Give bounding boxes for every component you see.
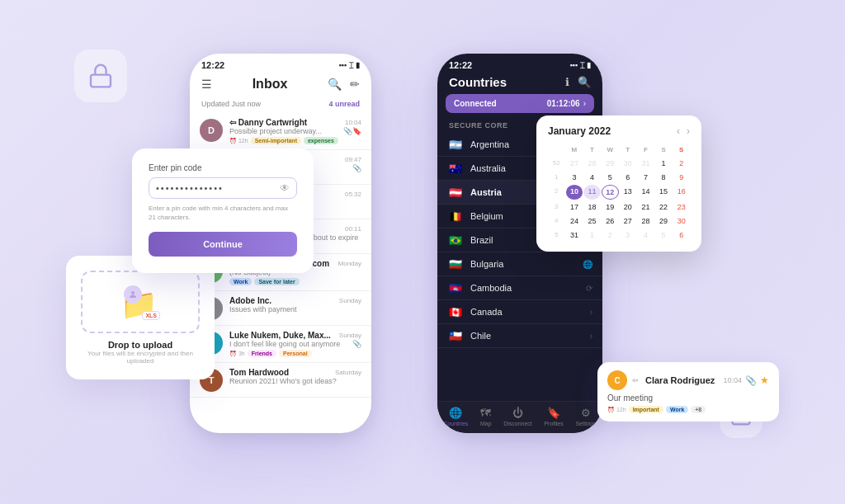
inbox-time-4: Monday [338,260,361,267]
hamburger-icon[interactable]: ☰ [201,78,212,91]
inbox-item-5[interactable]: A Adobe Inc. Sunday Issues with payment [190,291,371,326]
inbox-name-5: Adobe Inc. [229,296,271,305]
cal-day-26[interactable]: 26 [602,214,619,228]
cal-day-8[interactable]: 8 [655,171,673,184]
disconnect-tab-label: Disconnect [503,421,532,426]
compose-icon[interactable]: ✏ [350,78,360,91]
notif-tag-time: ⏰ 12h [607,407,626,413]
unread-count: 4 unread [328,100,360,108]
inbox-name-0: ⇦ Danny Cartwright [229,118,307,127]
calendar-prev-button[interactable]: ‹ [677,125,680,137]
inbox-item-7[interactable]: T Tom Hardwood Saturday Reunion 2021! Wh… [190,363,371,398]
cal-day-27-dec[interactable]: 27 [566,157,583,170]
country-canada[interactable]: 🇨🇦 Canada › [437,300,602,324]
cal-day-5-feb[interactable]: 5 [655,228,673,242]
cal-day-4-feb[interactable]: 4 [637,228,654,242]
cal-day-14[interactable]: 14 [637,185,654,200]
vpn-tab-settings[interactable]: ⚙ Settings [575,407,596,426]
cal-day-27[interactable]: 27 [620,214,637,228]
cal-tue-header: T [583,144,601,156]
calendar-nav: ‹ › [677,125,690,137]
vpn-connected-bar[interactable]: Connected 01:12:06 › [446,94,594,113]
inbox-time-2: 05:32 [345,191,361,198]
pin-hint: Enter a pin code with min 4 characters a… [149,204,297,222]
country-chile[interactable]: 🇨🇱 Chile › [437,324,602,348]
cal-day-15[interactable]: 15 [655,185,673,200]
flag-canada: 🇨🇦 [447,306,464,318]
cal-day-22[interactable]: 22 [655,200,673,214]
cal-day-17[interactable]: 17 [566,200,583,214]
inbox-time-0: 10:04 [345,119,361,126]
info-icon[interactable]: ℹ [565,76,569,88]
country-cambodia[interactable]: 🇰🇭 Cambodia ⟳ [437,276,602,300]
continue-button[interactable]: Continue [149,232,297,257]
cal-day-13[interactable]: 13 [620,185,637,200]
cal-day-31-dec[interactable]: 31 [637,157,654,170]
cal-day-6[interactable]: 6 [620,171,637,184]
notif-tag-work: Work [666,406,688,413]
cal-day-12[interactable]: 12 [602,185,619,200]
cal-day-30[interactable]: 30 [673,214,690,228]
cal-day-28[interactable]: 28 [637,214,654,228]
vpn-connected-label: Connected [454,99,497,108]
vpn-tab-map[interactable]: 🗺 Map [480,407,492,426]
file-icon: XLS [142,311,160,320]
disconnect-tab-icon: ⏻ [512,407,523,419]
inbox-tags-4: Work Save for later [229,278,361,285]
pin-input-row[interactable]: •••••••••••••• 👁 [149,177,297,199]
search-icon[interactable]: 🔍 [328,78,342,91]
inbox-item-6[interactable]: L Luke Nukem, Duke, Max... Sunday I don'… [190,326,371,363]
expand-icon-canada: › [590,308,592,317]
cal-day-18[interactable]: 18 [583,200,601,214]
cal-day-1[interactable]: 1 [655,157,673,170]
cal-day-31[interactable]: 31 [566,228,583,242]
upload-title: Drop to upload [81,340,200,350]
country-bulgaria[interactable]: 🇧🇬 Bulgaria 🌐 [437,252,602,276]
cal-day-23[interactable]: 23 [673,200,690,214]
cal-day-9[interactable]: 9 [673,171,690,184]
cal-day-1-feb[interactable]: 1 [583,228,601,242]
cal-day-29-dec[interactable]: 29 [602,157,619,170]
cal-week-3: 3 [548,200,565,214]
cal-day-3-feb[interactable]: 3 [620,228,637,242]
cal-day-29[interactable]: 29 [655,214,673,228]
reply-indicator: ⇦ [632,376,639,384]
cal-day-21[interactable]: 21 [637,200,654,214]
signal-icon: ▪▪▪ [338,61,347,69]
cal-day-6-feb[interactable]: 6 [673,228,690,242]
upload-dropzone[interactable]: 📁 XLS [81,271,200,333]
cal-day-19[interactable]: 19 [602,200,619,214]
cal-day-2-feb[interactable]: 2 [602,228,619,242]
vpn-tab-profiles[interactable]: 🔖 Profiles [544,407,563,426]
cal-day-24[interactable]: 24 [566,214,583,228]
eye-icon[interactable]: 👁 [280,182,290,194]
vpn-tab-countries[interactable]: 🌐 Countries [443,407,468,426]
svg-point-1 [131,291,135,294]
cal-day-5[interactable]: 5 [602,171,619,184]
vpn-search-icon[interactable]: 🔍 [578,76,591,88]
vpn-tab-disconnect[interactable]: ⏻ Disconnect [503,407,532,426]
inbox-preview-5: Issues with payment [229,305,361,313]
vpn-wifi-icon: ⌶ [580,61,584,69]
cal-day-25[interactable]: 25 [583,214,601,228]
cal-day-20[interactable]: 20 [620,200,637,214]
cal-wed-header: W [602,144,619,156]
notification-card[interactable]: C ⇦ Clara Rodriguez 10:04 📎 ★ Our meetin… [597,362,779,422]
cal-week-header [548,144,565,156]
cal-day-16[interactable]: 16 [673,185,690,200]
cal-day-30-dec[interactable]: 30 [620,157,637,170]
inbox-time-5: Sunday [339,297,361,304]
cal-day-28-dec[interactable]: 28 [583,157,601,170]
cal-day-7[interactable]: 7 [637,171,654,184]
cal-day-10[interactable]: 10 [566,185,583,200]
chevron-right-icon: › [583,99,586,108]
vpn-status-bar: 12:22 ▪▪▪ ⌶ ▮ [437,54,602,73]
cal-day-3[interactable]: 3 [566,171,583,184]
cal-day-2[interactable]: 2 [673,157,690,170]
inbox-item-0[interactable]: D ⇦ Danny Cartwright 10:04 Possible proj… [190,113,371,150]
country-name-cambodia: Cambodia [470,283,579,293]
calendar-next-button[interactable]: › [687,125,690,137]
cal-day-11[interactable]: 11 [583,185,601,200]
cal-day-4[interactable]: 4 [583,171,601,184]
avatar-upload-icon [124,285,142,304]
